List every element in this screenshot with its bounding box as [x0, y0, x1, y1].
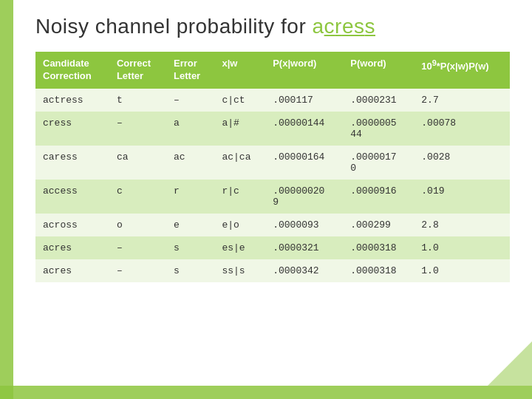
table-cell: –	[109, 236, 166, 259]
table-cell: access	[35, 180, 109, 214]
table-cell: –	[109, 112, 166, 146]
table-cell: acres	[35, 259, 109, 282]
table-cell: .00000144	[265, 112, 343, 146]
table-cell: caress	[35, 146, 109, 180]
probability-table: CandidateCorrection CorrectLetter ErrorL…	[35, 52, 510, 282]
table-cell: .0028	[414, 146, 510, 180]
table-cell: a	[166, 112, 214, 146]
table-row: cress–aa|#.00000144.000000544.00078	[35, 112, 510, 146]
table-cell: ac|ca	[214, 146, 265, 180]
table-row: actresst–c|ct.000117.00002312.7	[35, 89, 510, 112]
table-cell: across	[35, 214, 109, 236]
main-page: Noisy channel probability for acress Can…	[0, 0, 532, 399]
table-cell: cress	[35, 112, 109, 146]
table-cell: 2.8	[414, 214, 510, 236]
table-cell: .0000231	[343, 89, 414, 112]
table-row: acres–ses|e.0000321.00003181.0	[35, 236, 510, 259]
table-header-row: CandidateCorrection CorrectLetter ErrorL…	[35, 52, 510, 89]
table-cell: s	[166, 236, 214, 259]
title-highlight-word: acress	[313, 15, 375, 38]
table-cell: c	[109, 180, 166, 214]
table-cell: .000117	[265, 89, 343, 112]
table-cell: –	[166, 89, 214, 112]
table-cell: r	[166, 180, 214, 214]
table-cell: e|o	[214, 214, 265, 236]
table-cell: .019	[414, 180, 510, 214]
table-cell: .00000164	[265, 146, 343, 180]
table-cell: t	[109, 89, 166, 112]
table-cell: e	[166, 214, 214, 236]
table-cell: c|ct	[214, 89, 265, 112]
col-header-candidate: CandidateCorrection	[35, 52, 109, 89]
table-cell: .000000209	[265, 180, 343, 214]
table-cell: .0000321	[265, 236, 343, 259]
corner-triangle-decoration	[488, 341, 532, 386]
table-row: acres–sss|s.0000342.00003181.0	[35, 259, 510, 282]
table-cell: 1.0	[414, 259, 510, 282]
col-header-p-word: P(word)	[343, 52, 414, 89]
table-cell: acres	[35, 236, 109, 259]
table-cell: .00078	[414, 112, 510, 146]
table-cell: .0000916	[343, 180, 414, 214]
table-row: accesscrr|c.000000209.0000916.019	[35, 180, 510, 214]
table-cell: .000299	[343, 214, 414, 236]
table-cell: r|c	[214, 180, 265, 214]
table-cell: ss|s	[214, 259, 265, 282]
col-header-p-x-word: P(x|word)	[265, 52, 343, 89]
table-cell: 2.7	[414, 89, 510, 112]
bottom-bar-decoration	[0, 386, 532, 399]
col-header-formula: 109*P(x|w)P(w)	[414, 52, 510, 89]
table-cell: –	[109, 259, 166, 282]
col-header-x-w: x|w	[214, 52, 265, 89]
table-cell: .0000342	[265, 259, 343, 282]
table-cell: .0000318	[343, 259, 414, 282]
table-cell: 1.0	[414, 236, 510, 259]
table-cell: .0000093	[265, 214, 343, 236]
left-bar-decoration	[0, 0, 13, 399]
table-cell: s	[166, 259, 214, 282]
table-cell: .00000170	[343, 146, 414, 180]
col-header-error-letter: ErrorLetter	[166, 52, 214, 89]
table-row: caresscaacac|ca.00000164.00000170.0028	[35, 146, 510, 180]
table-cell: actress	[35, 89, 109, 112]
table-cell: a|#	[214, 112, 265, 146]
table-cell: .0000318	[343, 236, 414, 259]
table-row: acrossoee|o.0000093.0002992.8	[35, 214, 510, 236]
table-cell: .000000544	[343, 112, 414, 146]
table-cell: o	[109, 214, 166, 236]
table-cell: ac	[166, 146, 214, 180]
col-header-correct-letter: CorrectLetter	[109, 52, 166, 89]
page-title: Noisy channel probability for acress	[35, 15, 510, 38]
table-cell: es|e	[214, 236, 265, 259]
table-cell: ca	[109, 146, 166, 180]
